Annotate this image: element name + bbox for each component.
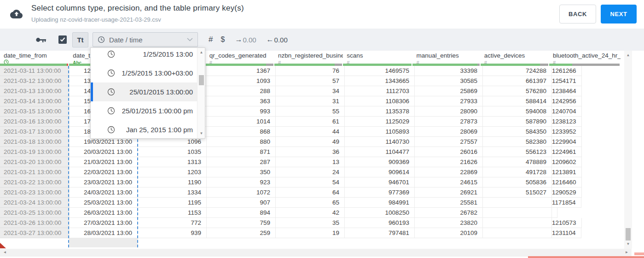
table-cell[interactable]: 49 (276, 137, 345, 147)
table-cell[interactable]: 1242956 (552, 96, 582, 106)
table-cell[interactable]: 13 (276, 157, 345, 167)
table-cell[interactable]: 2021-03-24 13:00:00 (0, 198, 70, 208)
decrease-decimals-button[interactable]: ← 0.00 (267, 35, 288, 44)
table-cell[interactable]: 1238464 (552, 86, 582, 96)
table-cell[interactable]: 2021-03-11 13:00:00 (0, 66, 70, 76)
table-cell[interactable]: 1190 (138, 177, 207, 188)
table-cell[interactable]: 1014 (207, 117, 276, 127)
table-cell[interactable]: 25581 (415, 198, 483, 208)
table-cell[interactable]: 26782 (415, 208, 483, 218)
table-cell[interactable]: 21/03/2021 13:00 (70, 157, 138, 167)
table-cell[interactable]: 23820 (415, 218, 483, 228)
table-cell[interactable]: 588414 (483, 96, 552, 106)
number-type-button[interactable]: # (209, 35, 213, 44)
datetime-format-select[interactable]: Date / time (93, 32, 198, 47)
table-cell[interactable]: 923 (207, 177, 276, 188)
table-cell[interactable]: 54 (276, 177, 345, 188)
table-cell[interactable]: 1229904 (552, 137, 582, 147)
column-header[interactable]: scans # (343, 51, 412, 66)
table-cell[interactable]: 20109 (415, 228, 483, 238)
column-header[interactable]: date_time_from (0, 51, 69, 66)
table-cell[interactable] (552, 208, 557, 218)
table-cell[interactable]: 993 (207, 106, 276, 117)
table-cell[interactable]: 576280 (483, 86, 552, 96)
table-cell[interactable]: 1224961 (552, 147, 582, 157)
table-cell[interactable]: 23/03/2021 13:00 (70, 177, 138, 188)
dropdown-option[interactable]: Jan 25, 2015 1:00 pm (91, 120, 197, 138)
dropdown-option[interactable]: 25/01/2015 1:00:00 pm (91, 101, 197, 120)
table-cell[interactable]: 939 (138, 228, 207, 238)
table-cell[interactable]: 28090 (415, 106, 483, 117)
table-cell[interactable]: 2021-03-19 13:00:00 (0, 147, 70, 157)
table-cell[interactable]: 946701 (345, 177, 415, 188)
table-cell[interactable]: 491728 (483, 167, 552, 177)
table-cell[interactable]: 1290529 (552, 188, 582, 198)
horizontal-scrollbar[interactable]: ◄ ► (0, 249, 632, 257)
table-cell[interactable]: 759 (207, 218, 276, 228)
table-cell[interactable]: 288 (207, 86, 276, 96)
table-cell[interactable]: 1216460 (552, 177, 582, 188)
table-cell[interactable]: 797481 (345, 228, 415, 238)
table-cell[interactable] (483, 198, 552, 208)
table-cell[interactable]: 1035 (138, 147, 207, 157)
table-cell[interactable]: 909369 (345, 157, 415, 167)
table-cell[interactable]: 55 (276, 106, 345, 117)
table-cell[interactable]: 27557 (415, 137, 483, 147)
table-cell[interactable]: 1254171 (552, 76, 582, 86)
table-cell[interactable]: 2021-03-20 13:00:00 (0, 157, 70, 167)
table-cell[interactable]: 20/03/2021 13:00 (70, 147, 138, 157)
table-cell[interactable]: 478889 (483, 157, 552, 167)
table-cell[interactable]: 1313 (138, 157, 207, 167)
table-cell[interactable]: 26921 (415, 188, 483, 198)
column-header[interactable]: active_devices # (481, 51, 549, 66)
table-cell[interactable]: 1213891 (552, 167, 582, 177)
dropdown-option[interactable]: 1/25/2015 13:00 (91, 48, 197, 64)
table-cell[interactable]: 1210573 (552, 218, 582, 228)
table-cell[interactable]: 871 (207, 147, 276, 157)
vertical-scroll-thumb[interactable] (626, 228, 631, 240)
currency-type-button[interactable]: $ (220, 35, 225, 44)
dropdown-scroll-thumb[interactable] (199, 75, 204, 85)
table-cell[interactable]: 24/03/2021 13:00 (70, 188, 138, 198)
table-cell[interactable]: 587890 (483, 117, 552, 127)
table-cell[interactable]: 1203 (138, 167, 207, 177)
table-cell[interactable]: 661397 (483, 76, 552, 86)
table-cell[interactable]: 27873 (415, 117, 483, 127)
table-cell[interactable]: 1140730 (345, 137, 415, 147)
table-cell[interactable]: 2021-03-22 13:00:00 (0, 177, 70, 188)
table-cell[interactable]: 28/03/2021 13:00 (70, 228, 138, 238)
boolean-type-checkbox[interactable] (58, 35, 67, 44)
table-cell[interactable]: 1334 (138, 188, 207, 198)
table-cell[interactable]: 2021-03-23 13:00:00 (0, 188, 70, 198)
table-cell[interactable]: 19 (276, 228, 345, 238)
table-cell[interactable]: 772 (138, 218, 207, 228)
table-cell[interactable]: 34 (276, 86, 345, 96)
table-cell[interactable]: 2021-03-16 13:00:00 (0, 117, 70, 127)
table-cell[interactable]: 26/03/2021 13:00 (70, 208, 138, 218)
dropdown-scrollbar[interactable]: ▲ ▼ (197, 48, 205, 138)
table-cell[interactable]: 556123 (483, 147, 552, 157)
table-cell[interactable]: 1093 (207, 76, 276, 86)
table-cell[interactable]: 868 (207, 127, 276, 137)
table-cell[interactable] (483, 208, 552, 218)
table-cell[interactable]: 2021-03-17 13:00:00 (0, 127, 70, 137)
table-cell[interactable]: 1261266 (552, 66, 582, 76)
table-cell[interactable]: 1108306 (345, 96, 415, 106)
table-cell[interactable]: 894 (207, 208, 276, 218)
table-cell[interactable]: 1125029 (345, 117, 415, 127)
table-cell[interactable]: 21626 (415, 157, 483, 167)
column-header[interactable]: bluetooth_active_24_hr_ # (549, 51, 621, 66)
column-header[interactable]: nzbn_registered_busine # (274, 51, 343, 66)
table-cell[interactable]: 909614 (345, 167, 415, 177)
table-cell[interactable]: 42 (276, 208, 345, 218)
table-cell[interactable]: 44 (276, 127, 345, 137)
scroll-right-arrow-icon[interactable]: ► (623, 249, 631, 256)
column-header[interactable]: qr_codes_generated # (206, 51, 274, 66)
table-cell[interactable]: 27/03/2021 13:00 (70, 218, 138, 228)
table-cell[interactable]: 984991 (345, 198, 415, 208)
scroll-left-arrow-icon[interactable]: ◄ (1, 249, 9, 256)
table-cell[interactable]: 33398 (415, 66, 483, 76)
vertical-scrollbar[interactable]: ▲ ▼ (624, 51, 632, 249)
table-cell[interactable]: 977369 (345, 188, 415, 198)
table-cell[interactable]: 22/03/2021 13:00 (70, 167, 138, 177)
